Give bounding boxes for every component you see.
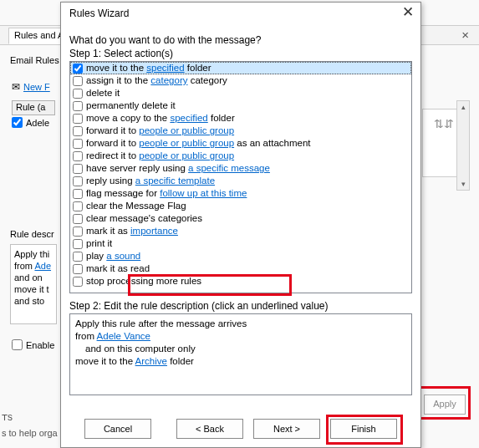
action-row-9[interactable]: reply using a specific template [70, 175, 411, 187]
bg-enable-rule[interactable]: Enable [12, 339, 54, 350]
action-checkbox[interactable] [73, 189, 83, 199]
action-row-16[interactable]: mark it as read [70, 262, 411, 275]
action-checkbox[interactable] [73, 114, 83, 124]
desc-line-2: from Adele Vance [75, 330, 406, 343]
actions-icon: ⇅⇵ [434, 117, 454, 130]
action-link[interactable]: a specific template [135, 176, 215, 186]
action-checkbox[interactable] [73, 64, 83, 74]
action-row-6[interactable]: forward it to people or public group as … [70, 137, 411, 150]
action-label: clear message's categories [86, 212, 202, 225]
bg-rule-row[interactable]: Adele [12, 117, 49, 128]
action-link[interactable]: follow up at this time [160, 188, 247, 198]
action-link[interactable]: people or public group [139, 150, 234, 160]
action-label: mark it as read [86, 262, 150, 275]
action-row-15[interactable]: play a sound [70, 250, 411, 262]
action-checkbox[interactable] [73, 164, 83, 174]
action-row-14[interactable]: print it [70, 237, 411, 250]
action-link[interactable]: specified [170, 113, 207, 123]
action-row-10[interactable]: flag message for follow up at this time [70, 187, 411, 200]
action-checkbox[interactable] [73, 252, 83, 262]
action-checkbox[interactable] [73, 264, 83, 274]
action-row-11[interactable]: clear the Message Flag [70, 200, 411, 212]
action-row-13[interactable]: mark it as importance [70, 225, 411, 237]
desc-link-folder[interactable]: Archive [135, 356, 167, 366]
new-rule-link[interactable]: New F [23, 82, 50, 92]
action-row-2[interactable]: delete it [70, 87, 411, 99]
bg-desc-box: Apply thi from Ade and on move it t and … [10, 244, 57, 324]
bg-enable-checkbox[interactable] [12, 339, 23, 350]
action-row-17[interactable]: stop processing more rules [70, 275, 411, 288]
action-row-12[interactable]: clear message's categories [70, 212, 411, 225]
cancel-button[interactable]: Cancel [84, 419, 151, 439]
close-icon[interactable]: × [461, 28, 469, 42]
step2-label: Step 2: Edit the rule description (click… [69, 300, 329, 312]
action-row-4[interactable]: move a copy to the specified folder [70, 112, 411, 125]
bg-scrollbar[interactable]: ▴ ▾ [456, 100, 470, 191]
desc-line-1: Apply this rule after the message arrive… [75, 318, 406, 330]
bg-rule-checkbox[interactable] [12, 117, 23, 128]
action-label: mark it as importance [86, 225, 178, 237]
action-label: permanently delete it [86, 99, 176, 112]
action-checkbox[interactable] [73, 201, 83, 211]
action-row-5[interactable]: forward it to people or public group [70, 125, 411, 137]
action-checkbox[interactable] [73, 76, 83, 86]
action-label: clear the Message Flag [86, 200, 186, 212]
action-link[interactable]: people or public group [139, 125, 234, 135]
dialog-question: What do you want to do with the message? [69, 34, 261, 46]
action-link[interactable]: a specific message [188, 163, 270, 173]
action-label: move it to the specified folder [86, 62, 211, 74]
action-link[interactable]: importance [130, 226, 178, 236]
action-checkbox[interactable] [73, 126, 83, 136]
action-row-8[interactable]: have server reply using a specific messa… [70, 162, 411, 175]
bg-desc-label: Rule descr [10, 229, 54, 239]
scroll-down-icon[interactable]: ▾ [457, 178, 469, 190]
action-label: redirect it to people or public group [86, 150, 234, 162]
action-link[interactable]: specified [146, 63, 184, 73]
action-row-3[interactable]: permanently delete it [70, 99, 411, 112]
dialog-close-icon[interactable]: ✕ [402, 6, 414, 19]
action-row-1[interactable]: assign it to the category category [70, 74, 411, 87]
scroll-up-icon[interactable]: ▴ [457, 101, 469, 113]
action-label: forward it to people or public group as … [86, 137, 311, 150]
bg-rules-header: Rule (a [12, 100, 55, 115]
action-label: forward it to people or public group [86, 125, 234, 137]
action-label: delete it [86, 87, 120, 99]
new-rule-icon: ✉ [12, 81, 20, 93]
action-label: print it [86, 237, 112, 250]
action-label: assign it to the category category [86, 74, 227, 87]
action-checkbox[interactable] [73, 139, 83, 149]
actions-list[interactable]: move it to the specified folderassign it… [69, 61, 412, 293]
bg-trunc-text: ᴛs [2, 411, 13, 423]
action-checkbox[interactable] [73, 101, 83, 111]
rule-description-box[interactable]: Apply this rule after the message arrive… [69, 313, 412, 395]
action-checkbox[interactable] [73, 89, 83, 99]
action-link[interactable]: a sound [106, 251, 140, 261]
action-row-0[interactable]: move it to the specified folder [70, 62, 411, 74]
action-checkbox[interactable] [73, 239, 83, 249]
bg-enable-label: Enable [26, 340, 54, 350]
action-label: move a copy to the specified folder [86, 112, 235, 125]
finish-button[interactable]: Finish [330, 419, 397, 439]
bg-help-text: s to help orga [2, 428, 58, 438]
action-link[interactable]: people or public group [139, 138, 234, 148]
action-checkbox[interactable] [73, 227, 83, 237]
step1-label: Step 1: Select action(s) [69, 48, 173, 59]
action-checkbox[interactable] [73, 151, 83, 161]
action-label: have server reply using a specific messa… [86, 162, 270, 175]
action-checkbox[interactable] [73, 277, 83, 287]
action-checkbox[interactable] [73, 176, 83, 186]
action-link[interactable]: category [150, 75, 187, 85]
desc-link-sender[interactable]: Adele Vance [97, 331, 150, 341]
desc-line-4: move it to the Archive folder [75, 355, 406, 368]
rules-wizard-dialog: Rules Wizard ✕ What do you want to do wi… [60, 2, 421, 448]
action-label: play a sound [86, 250, 140, 262]
action-checkbox[interactable] [73, 214, 83, 224]
next-button[interactable]: Next > [253, 419, 320, 439]
dialog-title: Rules Wizard [69, 8, 129, 19]
bg-rule-name: Adele [26, 118, 49, 128]
bg-section-label: Email Rules [10, 55, 59, 65]
apply-button[interactable]: Apply [424, 395, 466, 415]
action-label: flag message for follow up at this time [86, 187, 247, 200]
back-button[interactable]: < Back [176, 419, 243, 439]
action-row-7[interactable]: redirect it to people or public group [70, 150, 411, 162]
